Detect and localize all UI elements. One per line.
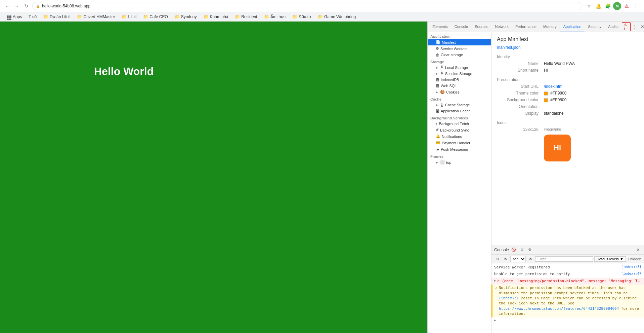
expand-msg5-icon[interactable]: ▶ xyxy=(494,318,496,323)
bg-color-value: #FF9800 xyxy=(544,98,566,102)
tab-security[interactable]: Security xyxy=(585,22,605,32)
sidebar-item-notifications[interactable]: 🔔 Notifications xyxy=(428,133,491,140)
bookmark-folder-icon-5: 📁 xyxy=(175,14,180,19)
sidebar-item-background-fetch[interactable]: ↕ Background Fetch xyxy=(428,121,491,127)
extensions-button[interactable]: 🧩 xyxy=(604,2,612,10)
bookmark-cafe-ceo[interactable]: 📁 Cafe CEO xyxy=(140,14,171,20)
devtools-more-button[interactable]: ⋮ xyxy=(631,23,638,31)
tab-audits[interactable]: Audits xyxy=(605,22,622,32)
tab-console[interactable]: Console xyxy=(451,22,471,32)
console-msg-text-5 xyxy=(497,318,641,323)
bookmark-resident-label: Resident xyxy=(241,14,257,19)
icon-key-spacer xyxy=(497,135,544,161)
console-filter-clear-button[interactable]: ⊘ xyxy=(494,256,501,262)
sidebar-section-frames: Frames xyxy=(428,152,491,159)
sidebar-item-manifest[interactable]: 📄 Manifest xyxy=(428,39,491,45)
manifest-file-link[interactable]: manifest.json xyxy=(497,45,521,50)
forward-button[interactable]: → xyxy=(13,3,20,9)
icons-section-title: Icons xyxy=(497,120,639,125)
start-url-value[interactable]: /index.html xyxy=(544,84,563,89)
browser-nav-icons: ☆ 🔔 🧩 M ⚠ ⋮ xyxy=(585,2,640,10)
console-context-icon[interactable]: 👁 xyxy=(527,256,534,262)
browser-chrome: ← → ↻ 🔒 hello-world-54b08.web.app ☆ 🔔 🧩 … xyxy=(0,0,644,22)
console-message-2: Unable to get permission to notify. (ind… xyxy=(491,271,644,278)
console-context-select[interactable]: top xyxy=(510,256,526,262)
console-error-button[interactable]: ⊘ xyxy=(518,247,525,253)
sidebar-item-push-messaging[interactable]: ☁ Push Messaging xyxy=(428,146,491,152)
icon-size-key: 128x128 xyxy=(497,127,544,132)
tab-performance[interactable]: Performance xyxy=(512,22,540,32)
bookmark-covert[interactable]: 📁 Covert HMMaster xyxy=(74,14,118,20)
bookmark-game-van-phong-label: Game Văn phòng xyxy=(324,14,356,19)
sidebar-manifest-label: Manifest xyxy=(442,40,456,44)
refresh-button[interactable]: ↻ xyxy=(23,3,30,9)
tab-memory[interactable]: Memory xyxy=(540,22,560,32)
nav-bar: ← → ↻ 🔒 hello-world-54b08.web.app ☆ 🔔 🧩 … xyxy=(0,0,644,12)
bookmark-am-thuc[interactable]: 📁 Ẩm thực xyxy=(261,14,288,20)
console-msg-location-2[interactable]: (index):47 xyxy=(621,271,641,276)
sidebar-item-payment-handler[interactable]: 💳 Payment Handler xyxy=(428,140,491,146)
sidebar-section-cache: Cache xyxy=(428,95,491,102)
console-levels-button[interactable]: Default levels ▼ xyxy=(594,256,626,262)
sidebar-item-web-sql[interactable]: 🗄 Web SQL xyxy=(428,83,491,89)
bookmark-folder-icon-4: 📁 xyxy=(143,14,148,19)
sidebar-item-cache-storage[interactable]: ▶ 🗄 Cache Storage xyxy=(428,102,491,108)
bookmark-game-van-phong[interactable]: 📁 Game Văn phòng xyxy=(315,14,358,20)
console-messages: Service Worker Registered (index):31 Una… xyxy=(491,263,644,333)
console-msg-location-1[interactable]: (index):31 xyxy=(621,265,641,270)
console-warning-link-1[interactable]: (index):1 xyxy=(499,296,519,300)
console-filter-bar: ⊘ 👁 top 👁 Default levels ▼ 1 hidden xyxy=(491,255,644,263)
tab-elements[interactable]: Elements xyxy=(429,22,451,32)
console-message-1: Service Worker Registered (index):31 xyxy=(491,264,644,271)
devtools-close-button[interactable]: ✕ xyxy=(639,23,644,31)
short-name-value: Hi xyxy=(544,68,548,73)
back-button[interactable]: ← xyxy=(4,3,11,9)
bookmark-lifull-label: Lifull xyxy=(128,14,136,19)
sidebar-item-top-frame[interactable]: ▶ ⬜ top xyxy=(428,159,491,165)
console-settings-button[interactable]: ⚙ xyxy=(526,247,533,253)
bookmark-lifull[interactable]: 📁 Lifull xyxy=(119,14,139,20)
sidebar-item-indexeddb[interactable]: 🗄 IndexedDB xyxy=(428,77,491,83)
tab-network[interactable]: Network xyxy=(492,22,512,32)
tab-sources[interactable]: Sources xyxy=(471,22,491,32)
sidebar-top-frame-label: top xyxy=(446,160,451,164)
bell-icon-button[interactable]: 🔔 xyxy=(594,2,602,10)
alert-count-badge: ⚠ 1 xyxy=(622,22,631,31)
user-avatar[interactable]: M xyxy=(613,2,621,10)
sidebar-item-local-storage[interactable]: ▶ 🗄 Local Storage xyxy=(428,65,491,71)
sidebar-item-session-storage[interactable]: ▶ 🗄 Session Storage xyxy=(428,71,491,77)
sidebar-item-service-workers[interactable]: ⚙ Service Workers xyxy=(428,45,491,52)
sidebar-notifications-label: Notifications xyxy=(442,135,462,139)
sidebar-item-cookies[interactable]: ▶ 🍪 Cookies xyxy=(428,89,491,95)
bookmark-star-button[interactable]: ☆ xyxy=(585,2,593,10)
console-warning-link-2[interactable]: https://www.chromestatus.com/features/64… xyxy=(499,306,619,311)
console-filter-input[interactable] xyxy=(535,256,593,262)
console-eye-button[interactable]: 👁 xyxy=(502,256,509,262)
bookmark-du-an-lifull[interactable]: 📁 Dự án Lifull xyxy=(41,14,73,20)
more-menu-button[interactable]: ⋮ xyxy=(632,2,640,10)
bookmark-so[interactable]: T số xyxy=(26,14,39,20)
sidebar-item-application-cache[interactable]: 🗄 Application Cache xyxy=(428,108,491,114)
orientation-key: Orientation xyxy=(497,104,544,109)
sidebar-background-fetch-label: Background Fetch xyxy=(439,122,469,126)
bookmark-dau-tu[interactable]: 📁 Đầu tư xyxy=(290,14,314,20)
identity-section-title: Identity xyxy=(497,54,639,59)
tab-application[interactable]: Application xyxy=(560,22,585,32)
bookmark-symfony[interactable]: 📁 Symfony xyxy=(172,14,200,20)
hello-world-heading: Hello World xyxy=(94,65,154,78)
sidebar-item-background-sync[interactable]: ↺ Background Sync xyxy=(428,127,491,133)
apps-bookmarks-button[interactable]: Apps xyxy=(4,12,25,21)
address-bar[interactable]: 🔒 hello-world-54b08.web.app xyxy=(32,2,582,10)
sidebar-item-clear-storage[interactable]: 🗑 Clear storage xyxy=(428,52,491,58)
panel-title: App Manifest xyxy=(497,36,639,42)
bookmark-folder-icon-3: 📁 xyxy=(122,14,127,19)
console-close-button[interactable]: ✕ xyxy=(635,247,641,253)
expand-local-storage-icon: ▶ xyxy=(436,66,438,69)
bookmark-resident[interactable]: 📁 Resident xyxy=(232,14,260,20)
cache-storage-icon: 🗄 xyxy=(440,103,444,107)
indexeddb-icon: 🗄 xyxy=(436,78,439,82)
bookmark-kham-pha[interactable]: 📁 Khám phá xyxy=(201,14,231,20)
expand-error-icon[interactable]: ▶ xyxy=(494,279,496,284)
console-clear-button[interactable]: 🚫 xyxy=(510,247,517,253)
alert-icon-button[interactable]: ⚠ xyxy=(622,2,631,10)
